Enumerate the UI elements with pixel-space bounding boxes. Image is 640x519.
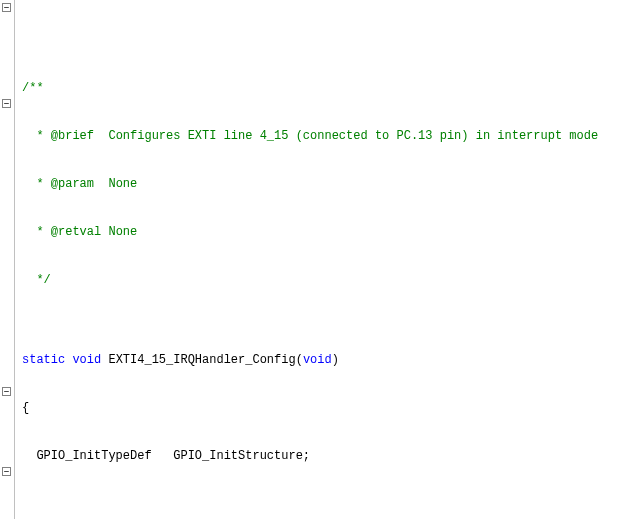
doc-retval-tag: @retval	[51, 225, 101, 239]
kw-void: void	[72, 353, 101, 367]
doc-brief-text: Configures EXTI line 4_15 (connected to …	[94, 129, 598, 143]
fold-icon[interactable]: −	[2, 3, 11, 12]
kw-static: static	[22, 353, 65, 367]
fold-icon[interactable]: −	[2, 99, 11, 108]
fold-gutter: − − − −	[0, 0, 15, 519]
func1-close-paren: )	[332, 353, 339, 367]
doc-open: /**	[22, 81, 44, 95]
code-editor: − − − − /** * @brief Configures EXTI lin…	[0, 0, 640, 519]
doc-close: */	[36, 273, 50, 287]
doc-retval-text: None	[101, 225, 137, 239]
open-brace: {	[22, 401, 29, 415]
doc-brief-tag: @brief	[51, 129, 94, 143]
fold-icon[interactable]: −	[2, 387, 11, 396]
doc-param-text: None	[94, 177, 137, 191]
doc-param-tag: @param	[51, 177, 94, 191]
fold-icon[interactable]: −	[2, 467, 11, 476]
kw-void: void	[303, 353, 332, 367]
func1-name: EXTI4_15_IRQHandler_Config(	[101, 353, 303, 367]
func1-decl: GPIO_InitTypeDef GPIO_InitStructure;	[22, 449, 310, 463]
